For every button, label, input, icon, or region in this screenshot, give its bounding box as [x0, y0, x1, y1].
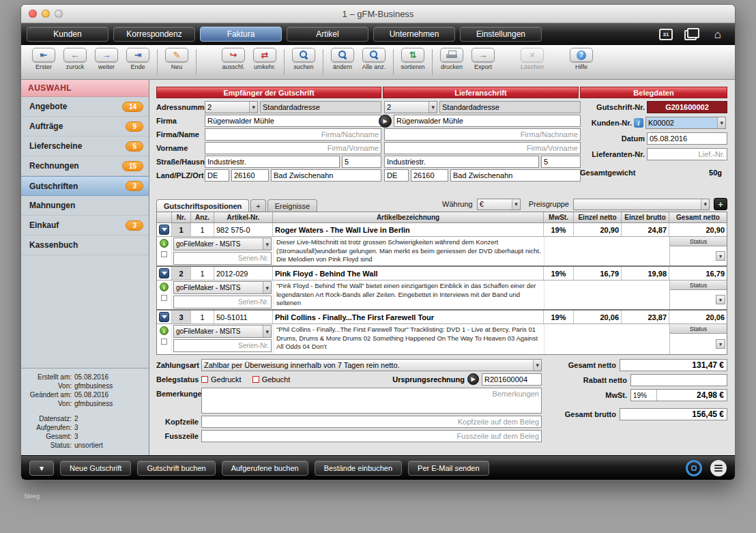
unit-net-field[interactable]: 20,06 [574, 311, 622, 323]
status-select[interactable] [670, 246, 727, 265]
toolbar-button-neu[interactable]: ✎ Neu [161, 48, 192, 70]
tab-gutschriftspositionen[interactable]: Gutschriftspositionen [156, 199, 249, 212]
sidebar-item-gutschriften[interactable]: Gutschriften 3 [21, 176, 149, 196]
unit-net-field[interactable]: 16,79 [574, 267, 622, 280]
header-line-field[interactable]: Kopfzeile auf dem Beleg [201, 416, 542, 428]
goto-origin-invoice-button[interactable] [467, 373, 479, 385]
recipient-name-field[interactable]: Firma/Nachname [205, 128, 381, 141]
supplier-select[interactable]: goFileMaker - MSITS [173, 281, 272, 294]
toolbar-button-aendern[interactable]: ändern [327, 48, 358, 70]
serial-number-field[interactable]: Serien-Nr. [173, 252, 272, 265]
shipping-company-field[interactable]: Rügenwalder Mühle [394, 115, 581, 127]
sidebar-item-lieferscheine[interactable]: Lieferscheine 5 [21, 136, 149, 156]
article-info-icon[interactable] [160, 239, 169, 248]
unit-gross-field[interactable]: 19,98 [622, 267, 669, 280]
discount-net-field[interactable] [630, 374, 727, 386]
sidebar-item-rechnungen[interactable]: Rechnungen 15 [21, 156, 149, 176]
serial-number-field[interactable]: Serien-Nr. [173, 296, 272, 308]
book-found-set-button[interactable]: Aufgerufene buchen [222, 461, 308, 476]
article-number-field[interactable]: 50-51011 [214, 311, 273, 323]
tab-kunden[interactable]: Kunden [27, 27, 108, 42]
vat-field[interactable]: 19% [544, 267, 574, 280]
shipping-address-type-field[interactable]: Standardadresse [439, 101, 581, 113]
toolbar-button-weiter[interactable]: → weiter [91, 48, 122, 70]
quantity-field[interactable]: 1 [191, 267, 214, 280]
position-row-3[interactable]: 3 1 50-51011 Phil Collins - Finally...Th… [157, 311, 727, 324]
footer-line-field[interactable]: Fusszeile auf dem Beleg [201, 430, 542, 442]
toolbar-button-hilfe[interactable]: Hilfe [566, 48, 597, 70]
customer-number-select[interactable]: K00002 [645, 117, 726, 129]
action-menu-button[interactable] [29, 461, 54, 476]
toolbar-button-umkehren[interactable]: ⇄ umkehr. [249, 48, 280, 70]
remarks-field[interactable]: Bemerkungen [201, 388, 542, 414]
supplier-select[interactable]: goFileMaker - MSITS [173, 325, 272, 338]
printed-checkbox[interactable] [201, 376, 208, 383]
titlebar[interactable]: 1 – gFM-Business [21, 5, 735, 23]
zoom-window-button[interactable] [55, 10, 63, 18]
pricegroup-select[interactable] [573, 199, 710, 210]
position-row-2[interactable]: 2 1 2012-029 Pink Floyd - Behind The Wal… [157, 267, 727, 280]
status-select[interactable] [670, 334, 727, 354]
toolbar-button-sortieren[interactable]: ⇅ sortieren [397, 48, 428, 70]
sidebar-item-einkauf[interactable]: Einkauf 3 [21, 216, 149, 235]
tab-ereignisse[interactable]: Ereignisse [267, 199, 317, 212]
unit-gross-field[interactable]: 23,87 [622, 311, 669, 323]
article-description-field[interactable]: "Phil Collins - Finally...The First Fare… [273, 324, 544, 354]
article-title-field[interactable]: Phil Collins - Finally...The First Farew… [273, 311, 544, 323]
book-credit-note-button[interactable]: Gutschrift buchen [137, 461, 215, 476]
quantity-field[interactable]: 1 [191, 223, 214, 236]
supplier-number-field[interactable]: Lief.-Nr. [647, 148, 727, 160]
article-description-field[interactable]: "Pink Floyd - Behind The Wall" bietet ei… [273, 280, 544, 309]
tab-add-plus[interactable]: + [250, 199, 265, 212]
position-row-1[interactable]: 1 1 982 575-0 Roger Waters - The Wall Li… [157, 223, 727, 237]
article-info-icon[interactable] [160, 326, 169, 335]
new-credit-note-button[interactable]: Neue Gutschrift [60, 461, 131, 476]
close-window-button[interactable] [29, 10, 37, 18]
position-checkbox[interactable] [161, 338, 167, 345]
row-menu-button[interactable] [159, 312, 169, 322]
send-email-button[interactable]: Per E-Mail senden [408, 461, 489, 476]
recipient-firstname-field[interactable]: Firma/Vorname [205, 142, 381, 154]
row-menu-button[interactable] [159, 268, 169, 278]
tab-faktura[interactable]: Faktura [200, 27, 282, 42]
toolbar-button-erster[interactable]: ⇤ Erster [28, 48, 59, 70]
position-checkbox[interactable] [161, 251, 167, 257]
origin-invoice-field[interactable]: R201600004 [482, 373, 542, 386]
recipient-address-type-field[interactable]: Standardadresse [260, 101, 381, 113]
sidebar-item-auftraege[interactable]: Aufträge 9 [21, 117, 149, 136]
status-select[interactable] [670, 290, 727, 309]
add-position-button[interactable] [714, 198, 727, 210]
toolbar-button-ende[interactable]: ⇥ Ende [122, 48, 154, 70]
article-title-field[interactable]: Roger Waters - The Wall Live in Berlin [273, 223, 544, 236]
recipient-country-field[interactable]: DE [205, 169, 229, 182]
currency-select[interactable]: € [477, 199, 521, 210]
article-number-field[interactable]: 982 575-0 [214, 223, 273, 236]
toolbar-button-export[interactable]: → Export [467, 48, 499, 70]
serial-number-field[interactable]: Serien-Nr. [173, 339, 272, 352]
article-number-field[interactable]: 2012-029 [214, 267, 273, 280]
stop-icon[interactable] [686, 460, 702, 476]
shipping-name-field[interactable]: Firma/Nachname [384, 128, 581, 141]
sidebar-item-kassenbuch[interactable]: Kassenbuch [21, 235, 149, 255]
position-checkbox[interactable] [161, 295, 167, 301]
shipping-houseno-field[interactable]: 5 [541, 156, 581, 168]
shipping-firstname-field[interactable]: Firma/Vorname [384, 142, 581, 154]
article-info-icon[interactable] [160, 283, 169, 291]
shipping-address-number-select[interactable]: 2 [384, 101, 437, 113]
article-title-field[interactable]: Pink Floyd - Behind The Wall [273, 267, 544, 280]
quantity-field[interactable]: 1 [191, 311, 214, 323]
recipient-houseno-field[interactable]: 5 [342, 156, 381, 168]
hamburger-menu-icon[interactable] [710, 460, 727, 476]
tab-korrespondenz[interactable]: Korrespondenz [113, 27, 195, 42]
customer-info-icon[interactable] [634, 118, 643, 128]
toolbar-button-alle-anzeigen[interactable]: Alle anz. [358, 48, 390, 70]
shipping-country-field[interactable]: DE [384, 169, 409, 182]
unit-net-field[interactable]: 20,90 [574, 223, 622, 236]
toolbar-button-loeschen[interactable]: × Löschen [517, 48, 548, 70]
booked-checkbox[interactable] [252, 376, 259, 383]
shipping-street-field[interactable]: Industriestr. [384, 156, 539, 168]
recipient-address-number-select[interactable]: 2 [205, 101, 258, 113]
vat-field[interactable]: 19% [544, 311, 574, 323]
recipient-street-field[interactable]: Industriestr. [205, 156, 340, 168]
vat-field[interactable]: 19% [544, 223, 574, 236]
